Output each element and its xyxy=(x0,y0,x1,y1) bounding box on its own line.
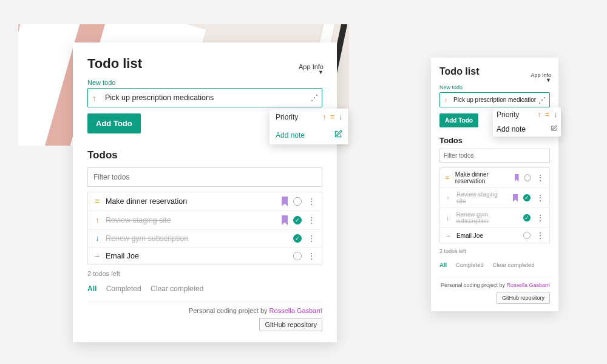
todo-row: = Make dinner reservation ⋮ xyxy=(440,168,549,188)
more-menu-icon[interactable]: ⋮ xyxy=(306,252,317,260)
more-menu-icon[interactable]: ⋮ xyxy=(306,197,317,206)
todo-row: → Email Joe ⋮ xyxy=(88,248,322,265)
filter-all[interactable]: All xyxy=(439,261,447,268)
todo-options-popover: Priority ↑ = ↓ Add note xyxy=(493,107,561,136)
bookmark-icon[interactable] xyxy=(513,194,518,202)
todo-list: = Make dinner reservation ⋮ ↑ Review sta… xyxy=(87,192,322,265)
more-menu-icon[interactable]: ⋮ xyxy=(535,194,546,202)
clear-completed[interactable]: Clear completed xyxy=(492,261,534,268)
bookmark-icon[interactable] xyxy=(515,174,519,182)
todos-heading: Todos xyxy=(439,136,550,145)
complete-toggle[interactable]: ✓ xyxy=(293,216,302,224)
filter-input[interactable] xyxy=(87,167,322,187)
credit-line: Personal coding project by Rossella Gasb… xyxy=(439,282,550,288)
priority-low-icon[interactable]: ↓ xyxy=(339,113,342,121)
priority-label: Priority xyxy=(497,110,519,119)
todos-heading: Todos xyxy=(87,149,322,161)
todo-row: = Make dinner reservation ⋮ xyxy=(88,192,322,211)
complete-toggle[interactable]: ✓ xyxy=(523,194,531,201)
app-info-toggle[interactable]: App Info ▼ xyxy=(299,63,324,74)
todo-row: ↑ Review staging site ✓ ⋮ xyxy=(88,211,322,230)
filter-links: All Completed Clear completed xyxy=(439,261,550,268)
add-note-row[interactable]: Add note xyxy=(270,126,348,144)
todo-app-mobile: Todo list App Info ▼ New todo ↑ ⋰ Add To… xyxy=(431,58,558,311)
priority-medium-icon[interactable]: = xyxy=(545,110,549,119)
loading-icon: ⋰ xyxy=(538,96,545,104)
more-menu-icon[interactable]: ⋮ xyxy=(535,214,546,222)
priority-icon: → xyxy=(93,252,101,260)
filter-completed[interactable]: Completed xyxy=(106,285,141,293)
todo-text[interactable]: Make dinner reservation xyxy=(106,197,277,206)
priority-up-icon: ↑ xyxy=(92,93,97,103)
todo-row: ↑ Review staging site ✓ ⋮ xyxy=(440,188,549,208)
priority-icon: ↑ xyxy=(444,195,452,201)
priority-label: Priority xyxy=(276,113,298,121)
app-info-toggle[interactable]: App Info ▼ xyxy=(531,72,551,82)
new-todo-input[interactable] xyxy=(439,92,550,107)
author-link[interactable]: Rossella Gasbarri xyxy=(270,307,322,314)
complete-toggle[interactable] xyxy=(524,174,531,181)
clear-completed[interactable]: Clear completed xyxy=(151,285,203,293)
filter-input[interactable] xyxy=(439,149,550,163)
more-menu-icon[interactable]: ⋮ xyxy=(306,234,317,243)
todo-row: → Email Joe ⋮ xyxy=(440,228,549,243)
complete-toggle[interactable]: ✓ xyxy=(293,234,302,243)
todo-options-popover: Priority ↑ = ↓ Add note xyxy=(270,109,348,144)
credit-line: Personal coding project by Rossella Gasb… xyxy=(87,307,322,314)
priority-medium-icon[interactable]: = xyxy=(330,113,334,121)
priority-icon: ↓ xyxy=(444,215,452,221)
credit-prefix: Personal coding project by xyxy=(441,282,507,288)
priority-up-icon: ↑ xyxy=(444,96,447,104)
todo-text[interactable]: Renew gym subscription xyxy=(106,234,289,243)
filter-completed[interactable]: Completed xyxy=(456,261,484,268)
loading-icon: ⋰ xyxy=(311,93,317,102)
add-todo-button[interactable]: Add Todo xyxy=(87,113,141,133)
edit-note-icon xyxy=(551,125,557,133)
priority-icon: = xyxy=(93,197,101,206)
complete-toggle[interactable] xyxy=(523,232,531,239)
priority-high-icon[interactable]: ↑ xyxy=(322,113,326,121)
page-title: Todo list xyxy=(87,56,322,72)
filter-all[interactable]: All xyxy=(87,285,97,293)
todo-text[interactable]: Review staging site xyxy=(456,191,509,204)
priority-icon: ↓ xyxy=(93,234,101,243)
more-menu-icon[interactable]: ⋮ xyxy=(306,216,317,224)
priority-row: Priority ↑ = ↓ xyxy=(270,109,348,126)
todo-row: ↓ Renew gym subscription ✓ ⋮ xyxy=(440,208,549,228)
filter-links: All Completed Clear completed xyxy=(87,285,322,293)
todos-remaining: 2 todos left xyxy=(439,248,550,254)
github-button[interactable]: GitHub repository xyxy=(259,318,322,331)
edit-note-icon xyxy=(334,130,342,140)
todo-row: ↓ Renew gym subscription ✓ ⋮ xyxy=(88,230,322,248)
credit-prefix: Personal coding project by xyxy=(189,307,270,314)
todo-text[interactable]: Email Joe xyxy=(456,232,519,239)
bookmark-icon[interactable] xyxy=(282,215,288,225)
new-todo-input[interactable] xyxy=(87,88,322,107)
todo-app-desktop: Todo list App Info ▼ New todo ↑ ⋰ Add To… xyxy=(73,42,337,342)
add-todo-button[interactable]: Add Todo xyxy=(439,113,478,127)
todos-remaining: 2 todos left xyxy=(87,270,322,277)
add-note-label: Add note xyxy=(497,125,526,133)
more-menu-icon[interactable]: ⋮ xyxy=(535,231,546,240)
priority-low-icon[interactable]: ↓ xyxy=(554,110,557,119)
more-menu-icon[interactable]: ⋮ xyxy=(535,174,546,182)
todo-text[interactable]: Review staging site xyxy=(106,216,277,224)
todo-text[interactable]: Renew gym subscription xyxy=(456,211,519,224)
github-button[interactable]: GitHub repository xyxy=(497,292,550,304)
new-todo-label: New todo xyxy=(439,84,550,90)
todo-list: = Make dinner reservation ⋮ ↑ Review sta… xyxy=(439,167,550,243)
priority-high-icon[interactable]: ↑ xyxy=(537,110,541,119)
priority-row: Priority ↑ = ↓ xyxy=(493,107,561,122)
divider xyxy=(439,277,550,277)
complete-toggle[interactable]: ✓ xyxy=(523,214,531,221)
author-link[interactable]: Rossella Gasbarri xyxy=(506,282,550,288)
new-todo-label: New todo xyxy=(87,79,322,86)
priority-icon: → xyxy=(444,232,452,239)
todo-text[interactable]: Make dinner reservation xyxy=(455,171,510,184)
todo-text[interactable]: Email Joe xyxy=(106,252,289,260)
add-note-row[interactable]: Add note xyxy=(493,122,561,136)
bookmark-icon[interactable] xyxy=(282,197,288,206)
complete-toggle[interactable] xyxy=(293,252,302,260)
priority-icon: ↑ xyxy=(93,216,101,224)
complete-toggle[interactable] xyxy=(293,197,302,206)
